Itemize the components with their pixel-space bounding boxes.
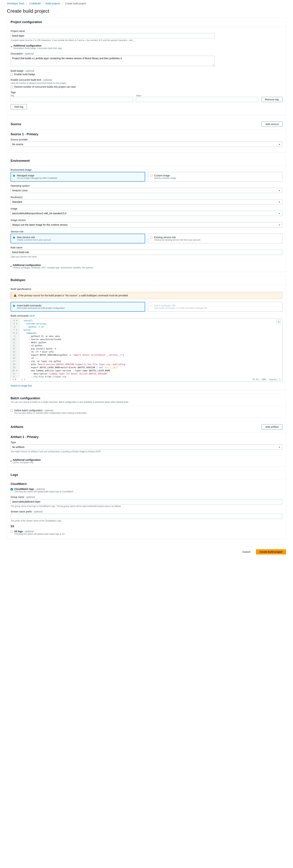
image-version-select[interactable]: Always use the latest image for this run… [10, 222, 283, 227]
external-link-icon [33, 315, 35, 317]
warn-count: 1 [24, 378, 25, 381]
tag-value-label: Value [136, 94, 258, 97]
additional-config-label: Additional configuration [13, 44, 62, 47]
editor-collapse-button[interactable] [277, 320, 281, 324]
os-select[interactable]: Amazon Linux [10, 188, 283, 193]
code-gutter: 4 5 6 7 8 9 10 11 12 13 14 15 16 17 18 1… [11, 318, 20, 377]
logs-panel: Logs CloudWatch CloudWatch logs - option… [7, 470, 286, 539]
additional-config-hint: Description, Build badge, Concurrent bui… [13, 47, 62, 50]
cloudwatch-logs-label: CloudWatch logs - optional [14, 488, 45, 490]
description-label: Description - optional [10, 52, 283, 55]
artifact-additional-toggle[interactable]: Additional configuration Cache, encrypti… [10, 459, 283, 464]
insert-commands-tile[interactable]: Insert build commands Store build comman… [10, 302, 145, 312]
artifact-additional-hint: Cache, encryption key [13, 461, 41, 464]
image-label: Image [10, 207, 283, 210]
service-role-label: Service role [10, 230, 283, 233]
info-link[interactable]: Info [29, 315, 35, 317]
build-commands-label: Build commands Info [10, 314, 283, 317]
tags-label: Tags [10, 91, 283, 94]
runtime-select[interactable]: Standard [10, 199, 283, 205]
project-config-panel: Project configuration Project name A pro… [7, 18, 286, 115]
buildspec-panel: Buildspec Build specifications If the pr… [7, 275, 286, 390]
restrict-concurrent-checkbox[interactable] [10, 86, 13, 88]
group-name-hint: The group name of the logs in CloudWatch… [10, 505, 283, 507]
s3-logs-label: S3 logs - optional [14, 530, 33, 533]
env-additional-toggle[interactable]: Additional configuration Timeout, privil… [10, 264, 283, 269]
insert-commands-radio[interactable] [13, 305, 15, 307]
env-image-label: Environment image [10, 168, 283, 171]
breadcrumb-link-devtools[interactable]: Developer Tools [7, 2, 24, 5]
logs-heading: Logs [10, 473, 18, 477]
use-file-label: Use a buildspec file [154, 304, 207, 307]
chevron-right-icon: › [26, 2, 27, 5]
tag-value-input[interactable] [136, 97, 258, 102]
managed-image-label: Managed image [17, 174, 57, 177]
s3-heading: S3 [10, 525, 283, 528]
project-name-input[interactable] [10, 33, 214, 38]
custom-image-desc: Specify a Docker image [154, 177, 176, 179]
source-sub-heading: Source 1 - Primary [10, 132, 283, 136]
role-name-input[interactable] [10, 250, 283, 255]
code-footer: ⊘ 0 △ 1 25:56 YAML Spaces: 2 [11, 377, 282, 381]
batch-heading: Batch configuration [10, 397, 128, 400]
group-name-input[interactable] [10, 499, 283, 504]
description-textarea[interactable] [10, 56, 214, 66]
caret-down-icon [10, 46, 12, 48]
artifact-type-select[interactable]: No artifacts [10, 444, 283, 450]
existing-role-tile[interactable]: Existing service role Choose an existing… [148, 234, 283, 243]
stream-prefix-label: Stream name prefix - optional [10, 510, 283, 513]
insert-commands-desc: Store build commands as build project co… [17, 307, 65, 309]
additional-config-toggle[interactable]: Additional configuration Description, Bu… [10, 44, 283, 50]
env-additional-hint: Timeout, privileged, certificate, VPC, c… [13, 267, 93, 269]
existing-role-radio[interactable] [150, 237, 152, 239]
create-project-button[interactable]: Create build project [256, 549, 286, 555]
existing-role-label: Existing service role [154, 236, 200, 239]
buildspec-heading: Buildspec [10, 278, 26, 282]
new-role-radio[interactable] [13, 237, 15, 239]
stream-prefix-input[interactable] [10, 514, 283, 519]
source-provider-select[interactable]: No source [10, 142, 283, 147]
add-tag-button[interactable]: Add tag [10, 104, 27, 110]
managed-image-radio[interactable] [13, 175, 15, 177]
build-badge-label: Build badge - optional [10, 69, 283, 72]
editor-spaces: Spaces: 2 [269, 378, 281, 381]
cloudwatch-logs-checkbox[interactable] [10, 488, 13, 490]
project-name-hint: A project name must be 2 to 255 characte… [10, 39, 283, 41]
enable-build-badge-checkbox[interactable] [10, 73, 13, 76]
caret-right-icon [10, 460, 12, 462]
role-name-hint: Type your service role name [10, 255, 283, 258]
source-panel: Source Add source Source 1 - Primary Sou… [7, 119, 286, 153]
managed-image-tile[interactable]: Managed image Use an image managed by AW… [10, 172, 145, 182]
custom-image-tile[interactable]: Custom image Specify a Docker image [148, 172, 283, 182]
image-select[interactable]: aws/codebuild/amazonlinux2-x86_64-standa… [10, 211, 283, 216]
warning-icon [14, 294, 17, 297]
define-batch-hint: You can also define or override batch co… [14, 412, 87, 414]
remove-tag-button[interactable]: Remove tag [261, 97, 283, 102]
custom-image-label: Custom image [154, 174, 176, 177]
chevron-right-icon: › [62, 2, 63, 5]
define-batch-checkbox[interactable] [10, 409, 13, 412]
stream-prefix-hint: The prefix of the stream name of the Clo… [10, 520, 283, 522]
add-artifact-button[interactable]: Add artifact [262, 424, 283, 430]
source-provider-label: Source provider [10, 138, 283, 141]
error-count: 0 [15, 378, 16, 381]
enable-build-badge-text: Enable build badge [14, 73, 35, 76]
managed-image-desc: Use an image managed by AWS CodeBuild [17, 177, 57, 179]
restrict-concurrent-text: Restrict number of concurrent builds thi… [14, 85, 76, 88]
chevron-right-icon: › [42, 2, 43, 5]
new-role-tile[interactable]: New service role Create a service role i… [10, 234, 145, 243]
cancel-button[interactable]: Cancel [239, 549, 254, 555]
custom-image-radio[interactable] [150, 175, 152, 177]
code-editor[interactable]: 4 5 6 7 8 9 10 11 12 13 14 15 16 17 18 1… [10, 318, 283, 381]
batch-panel: Batch configuration You can run a group … [7, 394, 286, 418]
s3-logs-checkbox[interactable] [10, 530, 13, 533]
page-title: Create build project [0, 7, 293, 18]
breadcrumb-link-codebuild[interactable]: CodeBuild [29, 2, 41, 5]
artifact-sub-heading: Artifact 1 - Primary [10, 435, 283, 439]
code-content[interactable]: install: runtime-versions: python: 3.12 … [20, 318, 282, 377]
new-role-label: New service role [17, 236, 51, 239]
add-source-button[interactable]: Add source [262, 122, 283, 127]
switch-single-line-link[interactable]: Switch to single line [10, 384, 32, 387]
breadcrumb-link-projects[interactable]: Build projects [46, 2, 60, 5]
tag-key-input[interactable] [10, 97, 133, 102]
